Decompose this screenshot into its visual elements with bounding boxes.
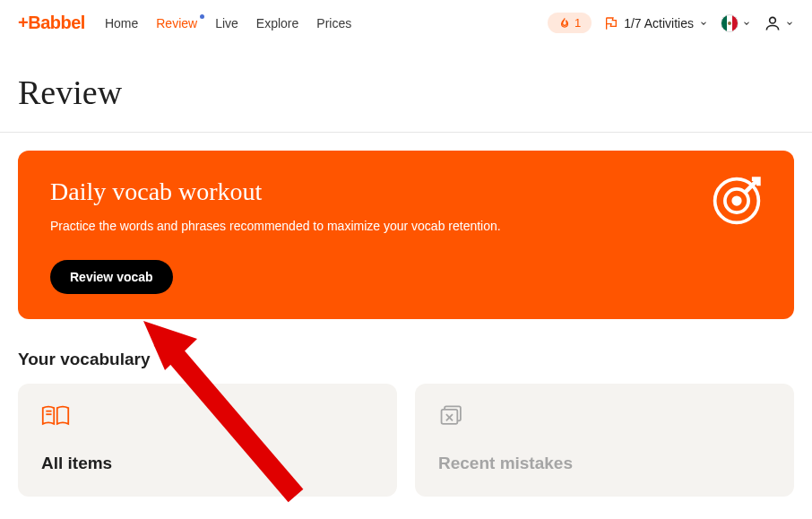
nav-explore[interactable]: Explore [256,16,298,30]
streak-count: 1 [574,16,581,30]
nav-home[interactable]: Home [105,16,138,30]
header: +Babbel Home Review Live Explore Prices … [0,0,812,46]
nav-live[interactable]: Live [215,16,238,30]
all-items-label: All items [41,454,374,473]
review-vocab-button[interactable]: Review vocab [50,260,173,294]
user-menu[interactable] [764,14,794,32]
activities-dropdown[interactable]: 1/7 Activities [604,16,708,30]
vocab-cards: All items Recent mistakes [18,384,794,497]
nav-prices[interactable]: Prices [316,16,351,30]
book-icon [41,403,70,428]
brand-logo[interactable]: +Babbel [18,13,85,33]
nav-review[interactable]: Review [156,16,197,30]
mexico-flag-icon [721,14,739,32]
recent-mistakes-card[interactable]: Recent mistakes [415,384,794,497]
notification-dot-icon [200,14,204,19]
language-dropdown[interactable] [721,14,751,32]
svg-point-3 [733,197,740,204]
flame-icon [558,17,571,30]
all-items-card[interactable]: All items [18,384,397,497]
target-icon [710,174,764,228]
main-content: Daily vocab workout Practice the words a… [0,133,812,497]
workout-title: Daily vocab workout [50,177,762,206]
svg-point-0 [770,17,776,23]
recent-mistakes-label: Recent mistakes [438,454,771,473]
mistakes-icon [438,403,467,428]
streak-badge[interactable]: 1 [548,13,592,33]
daily-workout-card: Daily vocab workout Practice the words a… [18,151,794,319]
flag-icon [604,16,618,30]
main-nav: Home Review Live Explore Prices [105,16,351,30]
chevron-down-icon [785,19,794,28]
header-right: 1 1/7 Activities [548,13,794,33]
workout-description: Practice the words and phrases recommend… [50,219,762,233]
activities-label: 1/7 Activities [624,16,694,30]
page-title: Review [0,46,812,132]
user-icon [764,14,782,32]
chevron-down-icon [742,19,751,28]
vocab-section-title: Your vocabulary [18,350,794,369]
chevron-down-icon [699,19,708,28]
